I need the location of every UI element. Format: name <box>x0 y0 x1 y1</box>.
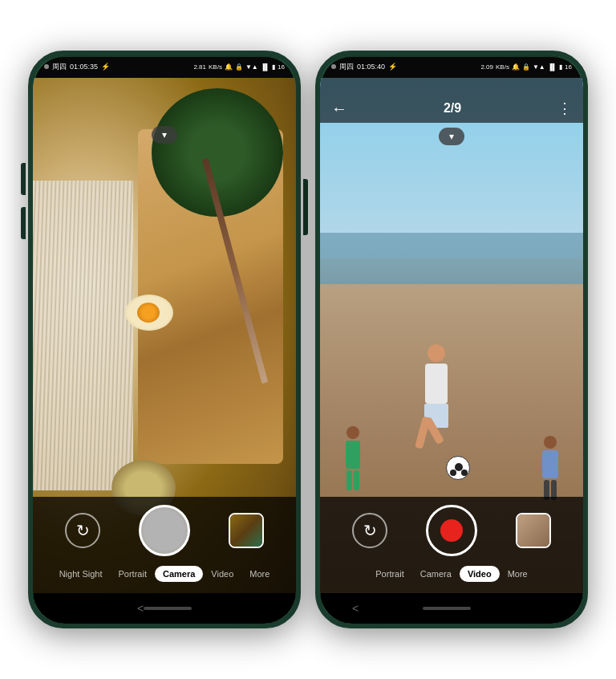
battery-icon-2: ▮ <box>559 63 562 71</box>
tab-night-sight[interactable]: Night Sight <box>51 566 111 582</box>
status-dot-2 <box>331 64 336 69</box>
player-left-body <box>346 441 360 469</box>
player-main-head <box>428 344 445 362</box>
tab-video-1[interactable]: Video <box>203 566 241 582</box>
ball-patch-2 <box>450 470 456 476</box>
shutter-inner-1 <box>144 510 185 551</box>
phone-2: 周四 01:05:40 ⚡ 2.09 KB/s 🔔 🔒 ▼▲ ▐▌ ▮ 16 <box>315 51 588 628</box>
phone-1: 周四 01:05:35 ⚡ 2.81 KB/s 🔔 🔒 ▼▲ ▐▌ ▮ 16 <box>28 51 301 628</box>
collapse-arrow-1[interactable]: ▾ <box>152 126 177 144</box>
shutter-row-1: ↻ <box>33 505 296 556</box>
photo-count: 2/9 <box>444 101 461 116</box>
player-right <box>538 436 562 500</box>
alarm-icon: 🔔 <box>225 63 233 71</box>
noodles <box>33 181 133 490</box>
gallery-header: ← 2/9 ⋮ <box>320 78 583 123</box>
signal-icon-1: ▐▌ <box>261 63 270 71</box>
status-bar-2: 周四 01:05:40 ⚡ 2.09 KB/s 🔔 🔒 ▼▲ ▐▌ ▮ 16 <box>320 55 583 78</box>
nav-pill-2 <box>423 607 471 610</box>
battery-icon-1: ▮ <box>272 63 275 71</box>
more-button-2[interactable]: ⋮ <box>557 100 572 117</box>
wifi-icon-1: ▼▲ <box>245 63 258 71</box>
flip-icon-1: ↻ <box>76 521 90 540</box>
nav-bar-1: < <box>33 593 296 624</box>
player-left-leg1 <box>346 470 352 490</box>
shutter-row-2: ↻ <box>320 505 583 556</box>
tab-camera-1[interactable]: Camera <box>155 566 203 582</box>
record-button-inner <box>440 519 463 542</box>
player-left-legs <box>341 470 365 490</box>
status-time-1: 01:05:35 <box>70 63 98 71</box>
tab-video-2[interactable]: Video <box>460 566 500 582</box>
lightning-icon-2: ⚡ <box>388 63 397 71</box>
status-day-1: 周四 <box>52 62 67 72</box>
nav-bar-2: < <box>320 593 583 624</box>
player-main-body <box>425 364 448 404</box>
thumbnail-image-1 <box>230 514 262 547</box>
speed-1: 2.81 <box>193 63 206 71</box>
thumbnail-image-2 <box>517 514 549 547</box>
lightning-icon: ⚡ <box>101 63 110 71</box>
thumbnail-button-2[interactable] <box>516 513 551 548</box>
player-right-body <box>542 450 558 478</box>
egg-yolk <box>137 303 160 323</box>
player-main <box>412 344 460 449</box>
status-day-2: 周四 <box>339 62 354 72</box>
status-dot <box>44 64 49 69</box>
speed-2: 2.09 <box>480 63 493 71</box>
player-right-head <box>544 436 557 449</box>
mode-tabs-1: Night Sight Portrait Camera Video More <box>33 566 296 582</box>
gallery-view: ← 2/9 ⋮ ▾ ↻ <box>320 78 583 593</box>
status-right-2: 2.09 KB/s 🔔 🔒 ▼▲ ▐▌ ▮ 16 <box>480 63 572 71</box>
volume-up-button[interactable] <box>21 163 26 195</box>
flip-icon-2: ↻ <box>363 521 377 540</box>
tab-portrait-1[interactable]: Portrait <box>110 566 154 582</box>
lock-icon: 🔒 <box>235 63 243 71</box>
camera-view-1: ▾ ↻ Night Sig <box>33 78 296 593</box>
status-left-2: 周四 01:05:40 ⚡ <box>331 62 397 72</box>
video-shutter-button[interactable] <box>426 505 477 556</box>
flip-camera-button-1[interactable]: ↻ <box>65 513 100 548</box>
egg <box>125 295 173 331</box>
status-time-2: 01:05:40 <box>357 63 385 71</box>
camera-bottom-2: ↻ Portrait Camera Video More <box>320 497 583 593</box>
nav-pill-1 <box>144 607 192 610</box>
player-left <box>341 426 365 490</box>
shutter-button-1[interactable] <box>139 505 190 556</box>
back-button-2[interactable]: ← <box>331 100 347 118</box>
ball-patch-3 <box>461 470 468 476</box>
tab-more-2[interactable]: More <box>500 566 536 582</box>
nav-back-1[interactable]: < <box>137 602 144 615</box>
nav-back-2[interactable]: < <box>352 602 359 615</box>
signal-icon-2: ▐▌ <box>548 63 557 71</box>
status-bar-1: 周四 01:05:35 ⚡ 2.81 KB/s 🔔 🔒 ▼▲ ▐▌ ▮ 16 <box>33 55 296 78</box>
status-right-1: 2.81 KB/s 🔔 🔒 ▼▲ ▐▌ ▮ 16 <box>193 63 285 71</box>
tab-camera-2[interactable]: Camera <box>412 566 460 582</box>
power-button[interactable] <box>303 179 308 235</box>
badge-2: 16 <box>565 63 572 71</box>
volume-down-button[interactable] <box>21 207 26 239</box>
tab-portrait-2[interactable]: Portrait <box>367 566 411 582</box>
player-left-head <box>346 426 359 439</box>
camera-bottom-1: ↻ Night Sight Portrait Camera Vide <box>33 497 296 593</box>
tab-more-1[interactable]: More <box>241 566 278 582</box>
collapse-arrow-2[interactable]: ▾ <box>439 128 464 145</box>
wifi-icon-2: ▼▲ <box>533 63 545 71</box>
kb-label-2: KB/s <box>496 63 509 71</box>
mode-tabs-2: Portrait Camera Video More <box>320 566 583 582</box>
lock-icon-2: 🔒 <box>522 63 530 71</box>
thumbnail-button-1[interactable] <box>229 513 264 548</box>
flip-camera-button-2[interactable]: ↻ <box>352 513 387 548</box>
alarm-icon-2: 🔔 <box>512 63 520 71</box>
player-left-leg2 <box>354 470 359 490</box>
badge-1: 16 <box>278 63 285 71</box>
status-left-1: 周四 01:05:35 ⚡ <box>44 62 110 72</box>
kb-label: KB/s <box>209 63 222 71</box>
